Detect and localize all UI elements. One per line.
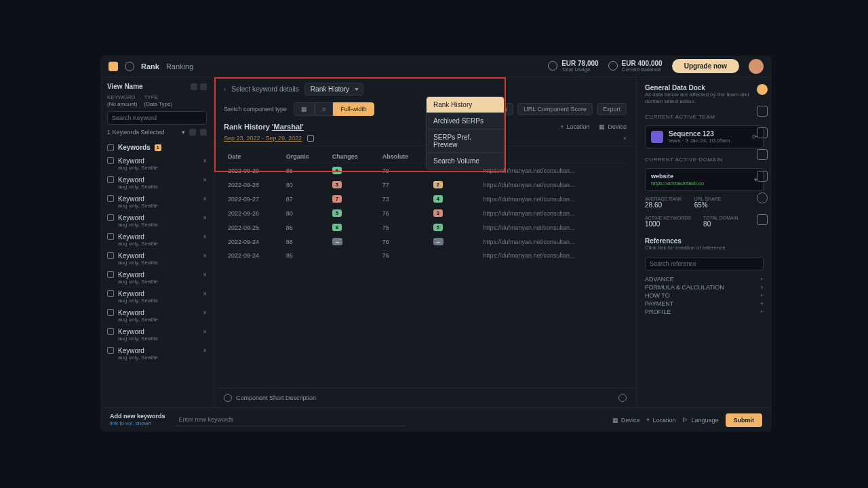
language-option[interactable]: 🏳Language <box>682 417 718 424</box>
keyword-checkbox[interactable] <box>107 157 114 164</box>
remove-icon[interactable]: × <box>203 157 207 165</box>
select-all-checkbox[interactable] <box>107 144 114 151</box>
dropdown-option[interactable]: Archived SERPs <box>427 113 504 129</box>
keywords-header: Keywords <box>118 144 151 151</box>
dropdown-option[interactable]: Rank History <box>427 97 504 113</box>
remove-icon[interactable]: × <box>203 328 207 336</box>
dropdown-option[interactable]: SERPs Pref. Preview <box>427 129 504 153</box>
table-row[interactable]: 2022-09-26805763https://dufmanyan.net/co… <box>224 206 627 220</box>
keyword-checkbox[interactable] <box>107 347 114 354</box>
remove-icon[interactable]: × <box>203 290 207 298</box>
seg-list[interactable]: ≡ <box>315 102 333 116</box>
team-name: Sequence 123 <box>669 130 747 138</box>
keyword-checkbox[interactable] <box>107 271 114 278</box>
remove-icon[interactable]: × <box>203 176 207 184</box>
rail-icon[interactable] <box>757 127 768 138</box>
table-row[interactable]: 2022-09-28803772https://dufmanyan.net/co… <box>224 178 627 192</box>
keyword-name: Keyword <box>118 214 199 222</box>
tab-button[interactable]: URL Component Score <box>517 103 593 115</box>
search-keyword-input[interactable] <box>107 111 207 125</box>
download-icon[interactable] <box>200 129 207 136</box>
column-header[interactable]: Changes <box>328 150 378 163</box>
remove-icon[interactable]: × <box>203 233 207 241</box>
remove-icon[interactable]: × <box>203 347 207 354</box>
main: ‹ Select keyword details Rank History Ra… <box>214 77 636 407</box>
detail-type-select[interactable]: Rank History <box>304 83 363 96</box>
avatar[interactable] <box>749 59 764 74</box>
reference-item[interactable]: ADVANCE+ <box>645 276 764 283</box>
reference-item[interactable]: HOW TO+ <box>645 292 764 299</box>
remove-icon[interactable]: × <box>203 195 207 203</box>
remove-icon[interactable]: × <box>203 309 207 317</box>
chevron-left-icon[interactable]: ‹ <box>224 85 226 93</box>
keyword-checkbox[interactable] <box>107 214 114 221</box>
notification-icon[interactable] <box>757 84 768 95</box>
tab-button[interactable]: Export <box>597 103 627 115</box>
keyword-item[interactable]: Keywordaug only, Seattle× <box>107 269 207 287</box>
remove-icon[interactable]: × <box>203 214 207 222</box>
upgrade-button[interactable]: Upgrade now <box>672 59 739 73</box>
table-row[interactable]: 2022-09-25866755https://dufmanyan.net/co… <box>224 220 627 235</box>
filter-keyword-label: KEYWORD <box>107 94 137 100</box>
reference-item[interactable]: PAYMENT+ <box>645 300 764 307</box>
reference-item[interactable]: PROFILE+ <box>645 308 764 315</box>
keyword-checkbox[interactable] <box>107 252 114 259</box>
add-keywords-link[interactable]: link to vol. shown <box>110 420 165 427</box>
keyword-item[interactable]: Keywordaug only, Seattle× <box>107 307 207 325</box>
keyword-item[interactable]: Keywordaug only, Seattle× <box>107 231 207 249</box>
settings-icon[interactable] <box>125 62 134 71</box>
keyword-item[interactable]: Keywordaug only, Seattle× <box>107 155 207 173</box>
keyword-item[interactable]: Keywordaug only, Seattle× <box>107 212 207 230</box>
table-row[interactable]: 2022-09-248676https://dufmanyan.net/cons… <box>224 249 627 262</box>
grid-icon[interactable] <box>189 129 196 136</box>
remove-icon[interactable]: × <box>203 271 207 279</box>
date-range[interactable]: Sep 23, 2022 - Sep 29, 2022 <box>224 135 302 142</box>
rail-icon[interactable] <box>757 171 768 182</box>
keyword-item[interactable]: Keywordaug only, Seattle× <box>107 288 207 306</box>
keyword-item[interactable]: Keywordaug only, Seattle× <box>107 326 207 344</box>
location-action[interactable]: +Location <box>560 123 589 130</box>
keyword-checkbox[interactable] <box>107 309 114 316</box>
table-row[interactable]: 2022-09-2486--76--https://dufmanyan.net/… <box>224 235 627 249</box>
keyword-item[interactable]: Keywordaug only, Seattle× <box>107 345 207 363</box>
keyword-checkbox[interactable] <box>107 233 114 240</box>
submit-button[interactable]: Submit <box>726 413 763 427</box>
new-keywords-input[interactable] <box>175 413 406 426</box>
column-header[interactable]: Organic <box>282 150 328 163</box>
dropdown-option[interactable]: Search Volume <box>427 153 504 169</box>
keyword-item[interactable]: Keywordaug only, Seattle× <box>107 250 207 268</box>
siderail <box>753 77 772 225</box>
keyword-item[interactable]: Keywordaug only, Seattle× <box>107 193 207 211</box>
help-icon[interactable] <box>757 192 768 203</box>
calendar-icon[interactable] <box>307 135 314 142</box>
rail-icon[interactable] <box>757 149 768 160</box>
rail-icon[interactable] <box>757 214 768 225</box>
keyword-checkbox[interactable] <box>107 195 114 202</box>
table-row[interactable]: 2022-09-27877734https://dufmanyan.net/co… <box>224 192 627 206</box>
device-option[interactable]: ▦Device <box>612 417 640 424</box>
settings-icon[interactable] <box>618 394 627 402</box>
seg-chart[interactable]: ▦ <box>294 102 315 116</box>
reference-item[interactable]: FORMULA & CALCULATION+ <box>645 284 764 291</box>
column-header[interactable]: Absolute <box>378 150 429 163</box>
close-icon[interactable]: × <box>623 135 627 142</box>
view-action-icon[interactable] <box>191 83 197 90</box>
reference-search-input[interactable] <box>645 257 764 270</box>
view-action-icon[interactable] <box>200 83 207 90</box>
seg-fullwidth[interactable]: Full-width <box>333 102 374 116</box>
usage-balance: EUR 400,000 Current Balance <box>608 60 663 73</box>
chevron-down-icon[interactable]: ▾ <box>182 129 185 136</box>
location-option[interactable]: ⌖Location <box>646 416 675 424</box>
keyword-sub: aug only, Seattle <box>118 184 199 190</box>
keyword-checkbox[interactable] <box>107 328 114 335</box>
keyword-checkbox[interactable] <box>107 176 114 183</box>
active-domain-card[interactable]: website https://ahmadrifaldi.co ▾ <box>645 168 764 191</box>
table-row[interactable]: 2022-09-2986679https://dufmanyan.net/con… <box>224 163 627 178</box>
rail-icon[interactable] <box>757 106 768 117</box>
keyword-item[interactable]: Keywordaug only, Seattle× <box>107 174 207 192</box>
remove-icon[interactable]: × <box>203 252 207 260</box>
keyword-checkbox[interactable] <box>107 290 114 297</box>
device-action[interactable]: ▦Device <box>599 123 627 130</box>
active-team-card[interactable]: Sequence 123 team · 3 Jan 24, 10:05am ⟳ <box>645 125 764 148</box>
column-header[interactable]: Date <box>224 150 282 163</box>
